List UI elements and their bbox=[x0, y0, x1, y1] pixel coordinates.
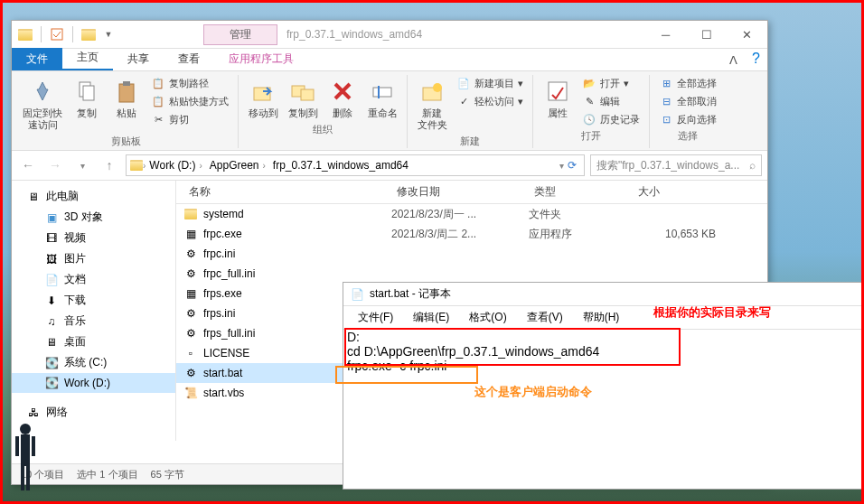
menu-edit[interactable]: 编辑(E) bbox=[404, 308, 458, 327]
nav-this-pc[interactable]: 🖥此电脑 bbox=[12, 186, 175, 207]
notepad-editor[interactable]: D: cd D:\AppGreen\frp_0.37.1_windows_amd… bbox=[343, 330, 862, 373]
minimize-button[interactable]: ─ bbox=[645, 22, 686, 48]
nav-drive-c[interactable]: 💽系统 (C:) bbox=[12, 352, 175, 373]
notepad-icon: 📄 bbox=[351, 288, 364, 301]
svg-rect-18 bbox=[32, 436, 35, 456]
picture-icon: 🖼 bbox=[44, 252, 59, 266]
forward-button[interactable]: → bbox=[44, 154, 66, 176]
nav-documents[interactable]: 📄文档 bbox=[12, 269, 175, 290]
ribbon-group-organize: 移动到 复制到 删除 重命名 组织 bbox=[239, 75, 408, 148]
group-label: 组织 bbox=[313, 123, 333, 136]
nav-desktop[interactable]: 🖥桌面 bbox=[12, 331, 175, 352]
svg-rect-8 bbox=[373, 88, 391, 97]
menu-help[interactable]: 帮助(H) bbox=[574, 308, 629, 327]
help-icon[interactable]: ? bbox=[745, 47, 767, 70]
new-folder-button[interactable]: 新建 文件夹 bbox=[413, 75, 451, 133]
easy-access-button[interactable]: ✓轻松访问 ▾ bbox=[453, 93, 527, 109]
edit-button[interactable]: ✎编辑 bbox=[578, 93, 643, 109]
ini-icon: ⚙ bbox=[183, 266, 198, 281]
file-name: LICENSE bbox=[203, 347, 249, 359]
ribbon-collapse-icon[interactable]: ᐱ bbox=[722, 50, 745, 70]
file-name: frpc_full.ini bbox=[203, 267, 255, 280]
svg-rect-17 bbox=[15, 436, 19, 456]
tab-home[interactable]: 主页 bbox=[62, 46, 113, 70]
status-bytes: 65 字节 bbox=[151, 468, 184, 481]
select-all-button[interactable]: ⊞全部选择 bbox=[655, 75, 720, 91]
invert-selection-button[interactable]: ⊡反向选择 bbox=[655, 111, 720, 127]
refresh-icon[interactable]: ⟳ bbox=[564, 159, 580, 172]
copy-button[interactable]: 复制 bbox=[68, 75, 106, 121]
menu-format[interactable]: 格式(O) bbox=[460, 308, 515, 327]
address-bar[interactable]: › Work (D:)› AppGreen› frp_0.37.1_window… bbox=[126, 154, 585, 176]
menu-view[interactable]: 查看(V) bbox=[518, 308, 572, 327]
nav-videos[interactable]: 🎞视频 bbox=[12, 228, 175, 248]
paste-shortcut-button[interactable]: 📋粘贴快捷方式 bbox=[147, 93, 232, 109]
select-none-button[interactable]: ⊟全部取消 bbox=[655, 93, 720, 109]
file-row[interactable]: ⚙frpc.ini bbox=[176, 244, 767, 264]
manage-contextual-tab[interactable]: 管理 bbox=[203, 24, 277, 45]
history-icon: 🕓 bbox=[582, 112, 596, 126]
qat-dropdown-icon[interactable]: ▼ bbox=[100, 26, 117, 42]
notepad-title: start.bat - 记事本 bbox=[370, 286, 451, 302]
back-button[interactable]: ← bbox=[17, 154, 39, 176]
cut-icon: ✂ bbox=[151, 112, 165, 126]
copy-to-button[interactable]: 复制到 bbox=[284, 75, 322, 121]
cut-button[interactable]: ✂剪切 bbox=[147, 111, 232, 127]
select-all-icon: ⊞ bbox=[659, 76, 673, 90]
col-name[interactable]: 名称 bbox=[183, 184, 391, 200]
rename-button[interactable]: 重命名 bbox=[363, 75, 401, 121]
maximize-button[interactable]: ☐ bbox=[686, 22, 727, 48]
notepad-titlebar: 📄 start.bat - 记事本 bbox=[343, 283, 862, 306]
tab-file[interactable]: 文件 bbox=[12, 48, 62, 70]
svg-point-13 bbox=[20, 424, 31, 434]
window-title: frp_0.37.1_windows_amd64 bbox=[286, 28, 645, 41]
open-button[interactable]: 📂打开 ▾ bbox=[578, 75, 643, 91]
qat-properties-icon[interactable] bbox=[49, 26, 65, 42]
nav-drive-d[interactable]: 💽Work (D:) bbox=[12, 373, 175, 393]
path-segment[interactable]: AppGreen› bbox=[206, 159, 269, 172]
move-to-button[interactable]: 移动到 bbox=[244, 75, 282, 121]
close-button[interactable]: ✕ bbox=[727, 22, 767, 48]
tab-app-tools[interactable]: 应用程序工具 bbox=[214, 48, 308, 70]
path-segment[interactable]: Work (D:)› bbox=[146, 159, 205, 172]
col-size[interactable]: 大小 bbox=[633, 184, 723, 200]
delete-button[interactable]: 删除 bbox=[324, 75, 362, 121]
status-selected: 选中 1 个项目 bbox=[77, 468, 137, 481]
svg-rect-0 bbox=[52, 29, 62, 40]
notepad-window: 📄 start.bat - 记事本 文件(F) 编辑(E) 格式(O) 查看(V… bbox=[343, 282, 863, 490]
new-folder-icon bbox=[418, 77, 446, 106]
svg-rect-4 bbox=[123, 81, 130, 86]
file-date: 2021/8/3/周二 2... bbox=[391, 227, 529, 242]
easy-access-icon: ✓ bbox=[456, 94, 471, 108]
svg-rect-14 bbox=[21, 434, 30, 466]
nav-downloads[interactable]: ⬇下载 bbox=[12, 290, 175, 311]
menu-file[interactable]: 文件(F) bbox=[349, 308, 402, 327]
col-date[interactable]: 修改日期 bbox=[391, 184, 529, 200]
file-row[interactable]: ▦frpc.exe2021/8/3/周二 2...应用程序10,653 KB bbox=[176, 224, 767, 244]
new-item-button[interactable]: 📄新建项目 ▾ bbox=[453, 75, 527, 91]
file-name: systemd bbox=[203, 208, 244, 220]
pin-to-quickaccess-button[interactable]: 固定到快 速访问 bbox=[19, 75, 66, 133]
file-row[interactable]: systemd2021/8/23/周一 ...文件夹 bbox=[176, 204, 767, 224]
recent-dropdown[interactable]: ▾ bbox=[71, 154, 93, 176]
path-segment[interactable]: frp_0.37.1_windows_amd64 bbox=[269, 159, 412, 172]
history-button[interactable]: 🕓历史记录 bbox=[578, 111, 643, 127]
group-label: 剪贴板 bbox=[111, 135, 141, 148]
up-button[interactable]: ↑ bbox=[99, 154, 120, 176]
svg-rect-3 bbox=[119, 84, 134, 102]
search-icon[interactable]: ⌕ bbox=[749, 159, 756, 172]
folder-icon[interactable] bbox=[80, 26, 97, 42]
text-line: frpc.exe -c frpc.ini bbox=[347, 359, 859, 373]
paste-button[interactable]: 粘贴 bbox=[108, 75, 146, 121]
search-input[interactable]: 搜索"frp_0.37.1_windows_a... ⌕ bbox=[590, 154, 762, 176]
tab-view[interactable]: 查看 bbox=[164, 48, 214, 70]
properties-button[interactable]: 属性 bbox=[539, 75, 577, 121]
folder-icon[interactable] bbox=[17, 26, 33, 42]
nav-3d-objects[interactable]: ▣3D 对象 bbox=[12, 207, 175, 228]
nav-pictures[interactable]: 🖼图片 bbox=[12, 248, 175, 269]
copy-path-button[interactable]: 📋复制路径 bbox=[147, 75, 232, 91]
col-type[interactable]: 类型 bbox=[529, 184, 633, 200]
tab-share[interactable]: 共享 bbox=[113, 48, 164, 70]
group-label: 打开 bbox=[581, 129, 601, 143]
nav-music[interactable]: ♫音乐 bbox=[12, 311, 175, 331]
